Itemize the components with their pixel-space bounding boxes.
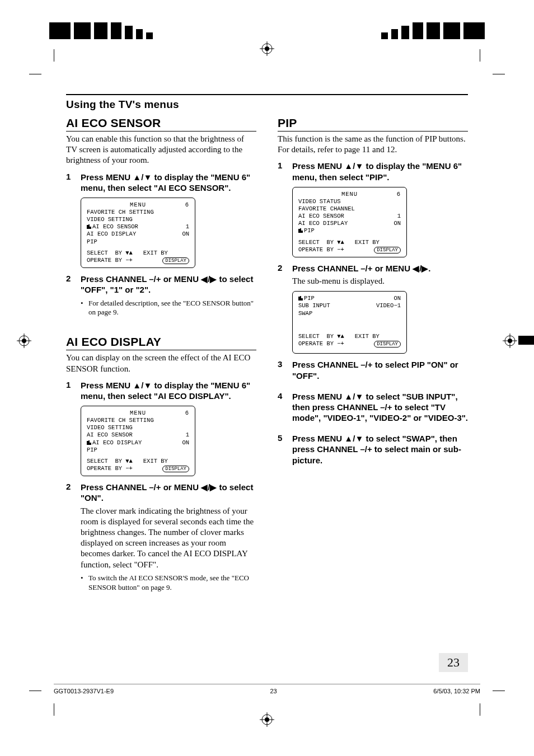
step-note: •For detailed description, see the "ECO … [81,299,256,318]
pointer-hand-icon [296,295,303,301]
step-instruction: Press CHANNEL –/+ or MENU ◀/▶ to select … [81,482,256,503]
footer-doc-id: GGT0013-2937V1-E9 [54,688,114,694]
step-number: 4 [278,391,287,424]
step-instruction: Press CHANNEL –/+ to select PIP "ON" or … [292,359,468,381]
svg-point-11 [508,339,512,343]
osd-pip-submenu: PIPONSUB INPUTVIDEO−1SWAPSELECT BY ▼▲ EX… [292,291,407,354]
step-number: 2 [66,482,75,592]
page-content: Using the TV's menus AI ECO SENSOR You c… [66,94,468,669]
step-number: 1 [66,380,75,401]
registration-mark-right-icon [503,334,517,348]
step-number: 2 [278,263,287,287]
edge-tab-marker [518,336,534,345]
footer-timestamp: 6/5/03, 10:32 PM [433,688,480,694]
svg-point-15 [265,717,269,722]
print-footer: GGT0013-2937V1-E9 23 6/5/03, 10:32 PM [54,684,480,694]
step-number: 1 [66,172,75,193]
osd-pip-menu: MENU6VIDEO STATUSFAVORITE CHANNELAI ECO … [292,187,407,257]
step-number: 1 [278,161,287,182]
pip-step4: 4 Press MENU ▲/▼ to select "SUB INPUT", … [278,391,468,424]
ai-eco-display-step2: 2 Press CHANNEL –/+ or MENU ◀/▶ to selec… [66,482,256,592]
pointer-hand-icon [296,228,303,233]
pip-step5: 5 Press MENU ▲/▼ to select "SWAP", then … [278,433,468,466]
pip-step3: 3 Press CHANNEL –/+ to select PIP "ON" o… [278,359,468,381]
ai-eco-sensor-intro: You can enable this function so that the… [66,134,256,166]
svg-point-7 [22,339,26,343]
registration-mark-left-icon [17,334,31,348]
section-header: Using the TV's menus [66,98,468,111]
pip-step2: 2 Press CHANNEL –/+ or MENU ◀/▶. The sub… [278,263,468,287]
step-number: 5 [278,433,287,466]
pip-intro: This function is the same as the functio… [278,134,468,155]
ai-eco-display-heading: AI ECO DISPLAY [66,335,256,350]
step-instruction: Press MENU ▲/▼ to display the "MENU 6" m… [81,380,256,401]
step-number: 2 [66,274,75,317]
step-instruction: Press MENU ▲/▼ to select "SWAP", then pr… [292,433,468,466]
osd-ai-eco-sensor: MENU6FAVORITE CH SETTINGVIDEO SETTINGAI … [81,198,195,268]
step-instruction: Press CHANNEL –/+ or MENU ◀/▶. [292,263,468,274]
ai-eco-sensor-step1: 1 Press MENU ▲/▼ to display the "MENU 6"… [66,172,256,193]
section-rule [66,94,468,95]
ai-eco-display-step1: 1 Press MENU ▲/▼ to display the "MENU 6"… [66,380,256,401]
page-number-text: 23 [447,655,460,670]
ai-eco-sensor-heading: AI ECO SENSOR [66,116,256,132]
osd-ai-eco-display: MENU6FAVORITE CH SETTINGVIDEO SETTINGAI … [81,406,195,476]
step-number: 3 [278,359,287,381]
right-column: PIP This function is the same as the fun… [278,116,468,597]
step-description: The clover mark indicating the brightnes… [81,506,256,570]
note-text: To switch the AI ECO SENSOR'S mode, see … [88,574,256,593]
step-instruction: Press MENU ▲/▼ to display the "MENU 6" m… [81,172,256,193]
page-number: 23 [439,653,468,672]
pointer-hand-icon [85,440,91,445]
registration-mark-top-icon [260,41,274,56]
ai-eco-sensor-step2: 2 Press CHANNEL –/+ or MENU ◀/▶ to selec… [66,274,256,317]
ai-eco-display-intro: You can display on the screen the effect… [66,353,256,374]
step-description: The sub-menu is displayed. [292,276,468,287]
footer-page: 23 [270,688,277,694]
step-instruction: Press CHANNEL –/+ or MENU ◀/▶ to select … [81,274,256,295]
pip-heading: PIP [278,116,468,132]
step-instruction: Press MENU ▲/▼ to display the "MENU 6" m… [292,161,468,182]
left-column: AI ECO SENSOR You can enable this functi… [66,116,256,597]
step-instruction: Press MENU ▲/▼ to select "SUB INPUT", th… [292,391,468,424]
registration-mark-bottom-icon [260,712,274,727]
pointer-hand-icon [85,224,91,229]
svg-point-3 [265,46,269,51]
pip-step1: 1 Press MENU ▲/▼ to display the "MENU 6"… [278,161,468,182]
step-note: •To switch the AI ECO SENSOR'S mode, see… [81,574,256,593]
note-text: For detailed description, see the "ECO S… [88,299,256,318]
